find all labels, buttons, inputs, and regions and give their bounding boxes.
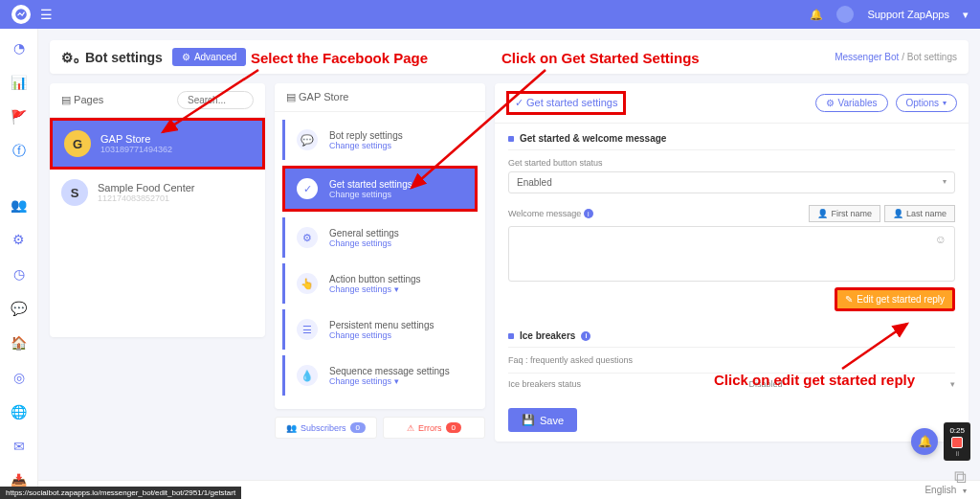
advanced-button[interactable]: ⚙ Advanced: [172, 48, 246, 66]
advanced-label: Advanced: [194, 52, 236, 62]
breadcrumb-link[interactable]: Messenger Bot: [835, 52, 899, 62]
page-item-gap-store[interactable]: G GAP Store 103189771494362: [50, 118, 265, 170]
sidebar-facebook-icon[interactable]: ⓕ: [11, 144, 27, 159]
chevron-down-icon[interactable]: ▾: [950, 379, 955, 389]
page-avatar: G: [64, 130, 91, 157]
section-action-button[interactable]: 👆 Action button settingsChange settings …: [282, 263, 478, 304]
language-selector[interactable]: English: [924, 485, 956, 495]
check-circle-icon: ✓: [515, 97, 523, 108]
save-button[interactable]: 💾 Save: [508, 408, 577, 432]
bell-icon[interactable]: 🔔: [810, 9, 823, 21]
topbar-left: ☰: [11, 5, 53, 24]
hamburger-icon[interactable]: ☰: [40, 7, 53, 22]
ice-heading: Ice breakers i: [508, 330, 955, 348]
sidebar-globe-icon[interactable]: 🌐: [11, 404, 27, 420]
app-logo[interactable]: [11, 5, 31, 24]
annotation-1: Select the Facebook Page: [251, 50, 428, 66]
info-icon[interactable]: i: [584, 209, 593, 218]
emoji-icon[interactable]: ☺: [935, 233, 947, 246]
sidebar-chart-icon[interactable]: 📊: [11, 75, 27, 90]
section-sequence[interactable]: 💧 Sequence message settingsChange settin…: [282, 355, 478, 396]
section-persistent-menu[interactable]: ☰ Persistent menu settingsChange setting…: [282, 309, 478, 350]
variables-button[interactable]: ⚙Variables: [815, 94, 888, 112]
get-started-heading: Get started & welcome message: [508, 133, 955, 150]
firstname-button[interactable]: 👤First name: [809, 205, 880, 222]
user-caret[interactable]: ▾: [963, 9, 969, 21]
sidebar-flag-icon[interactable]: 🚩: [11, 109, 27, 125]
lastname-button[interactable]: 👤Last name: [884, 205, 955, 222]
info-icon[interactable]: i: [581, 331, 590, 341]
options-button[interactable]: Options: [896, 94, 957, 112]
stop-button[interactable]: [951, 437, 963, 448]
variables-label: Variables: [838, 98, 878, 108]
sections-card: ▤ GAP Store 💬 Bot reply settingsChange s…: [275, 83, 485, 409]
page-name: Sample Food Center: [98, 182, 195, 193]
bullet-icon: [508, 136, 514, 142]
page-title-text: Bot settings: [85, 50, 163, 65]
heading-text: Get started & welcome message: [520, 133, 666, 144]
store-icon: ▤: [286, 91, 296, 102]
page-item-sample-food[interactable]: S Sample Food Center 112174083852701: [50, 170, 265, 215]
notification-fab[interactable]: 🔔: [911, 428, 938, 455]
subscribers-label: Subscribers: [301, 423, 346, 433]
sidebar-robot-icon[interactable]: 💬: [11, 301, 27, 316]
sidebar-dashboard-icon[interactable]: ◔: [11, 40, 27, 56]
user-label[interactable]: Support ZapApps: [867, 9, 949, 20]
pages-header: ▤ Pages: [50, 83, 265, 118]
section-sub: Change settings: [329, 190, 412, 199]
sidebar-target-icon[interactable]: ◎: [11, 370, 27, 385]
hand-icon: 👆: [297, 273, 318, 294]
section-sub: Change settings ▾: [329, 376, 450, 386]
drop-icon: 💧: [297, 365, 318, 386]
section-title: Bot reply settings: [329, 130, 403, 141]
ice-status-label: Ice breakers status: [508, 379, 581, 389]
layers-icon[interactable]: ⧉: [954, 467, 967, 488]
sidebar-gear-icon[interactable]: ⚙: [11, 232, 27, 247]
section-sub: Change settings: [329, 238, 399, 248]
sections-header: ▤ GAP Store: [275, 83, 485, 112]
sidebar-users-icon[interactable]: 👥: [11, 197, 27, 213]
page-name: GAP Store: [100, 133, 172, 145]
save-icon: 💾: [522, 414, 535, 426]
topbar: ☰ 🔔 Support ZapApps ▾: [0, 0, 980, 29]
save-label: Save: [540, 415, 564, 426]
topbar-right: 🔔 Support ZapApps ▾: [810, 6, 969, 23]
gear-icon: ⚙ₒ: [61, 50, 79, 65]
pages-icon: ▤: [61, 94, 71, 105]
status-select[interactable]: Enabled: [508, 171, 955, 193]
errors-count: 0: [446, 422, 461, 433]
gear-small-icon: ⚙: [182, 52, 190, 62]
pane-header: ✓ Get started settings ⚙Variables Option…: [495, 83, 969, 124]
section-title: Get started settings: [329, 179, 412, 190]
pause-icon[interactable]: ⏸: [954, 450, 961, 457]
search-input[interactable]: [177, 91, 254, 109]
errors-button[interactable]: ⚠ Errors 0: [383, 417, 485, 439]
section-bot-reply[interactable]: 💬 Bot reply settingsChange settings: [282, 120, 478, 160]
recorder: 0:25 ⏸: [944, 422, 970, 461]
sidebar-mail-icon[interactable]: ✉: [11, 439, 27, 454]
chat-icon: 💬: [297, 129, 318, 150]
edit-icon: ✎: [845, 294, 853, 305]
menu-icon: ☰: [297, 319, 318, 340]
sections-panel: ▤ GAP Store 💬 Bot reply settingsChange s…: [275, 83, 485, 442]
annotation-3: Click on edit get started reply: [714, 372, 915, 388]
section-title: General settings: [329, 228, 399, 238]
breadcrumb-current: Bot settings: [907, 52, 957, 62]
edit-get-started-button[interactable]: ✎ Edit get started reply: [835, 287, 955, 311]
page-info: GAP Store 103189771494362: [100, 133, 172, 154]
avatar[interactable]: [836, 6, 854, 23]
gear-icon: ⚙: [297, 227, 318, 248]
errors-label: Errors: [418, 423, 442, 433]
section-title: Persistent menu settings: [329, 320, 434, 330]
section-general[interactable]: ⚙ General settingsChange settings: [282, 217, 478, 258]
section-get-started[interactable]: ✓ Get started settingsChange settings: [282, 166, 478, 212]
lastname-label: Last name: [906, 209, 947, 218]
welcome-message-input[interactable]: ☺: [508, 226, 955, 282]
subscribers-button[interactable]: 👥 Subscribers 0: [275, 417, 377, 439]
sidebar-home-icon[interactable]: 🏠: [11, 335, 27, 351]
sidebar-clock-icon[interactable]: ◷: [11, 266, 27, 282]
recorder-time: 0:25: [949, 426, 965, 435]
ice-heading-text: Ice breakers: [520, 330, 575, 341]
section-sub: Change settings: [329, 141, 403, 150]
section-sub: Change settings: [329, 330, 434, 340]
